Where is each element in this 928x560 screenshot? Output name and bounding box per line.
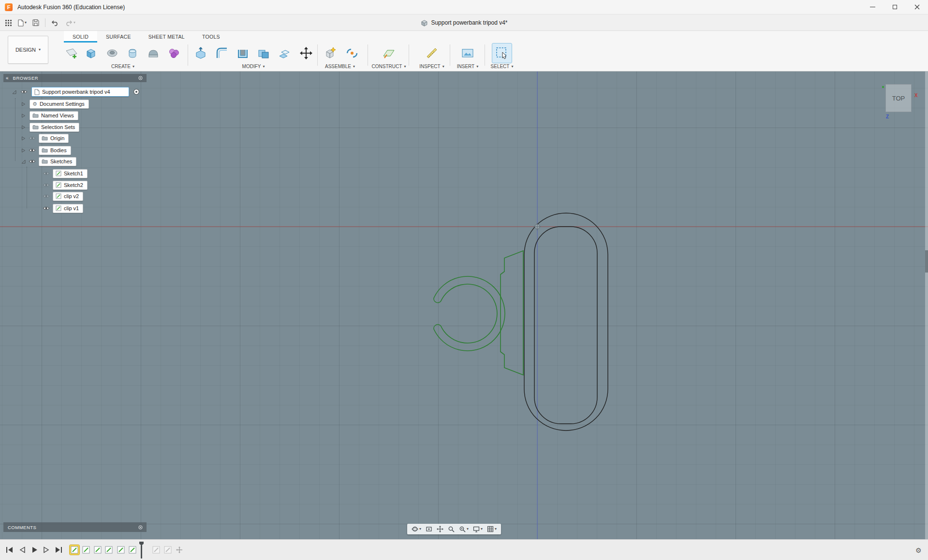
pan-button[interactable] <box>437 526 443 532</box>
create-form-button[interactable] <box>144 43 163 63</box>
fit-button[interactable]: ▾ <box>459 526 469 532</box>
create-cylinder-button[interactable] <box>123 43 142 63</box>
browser-item-clip-v1[interactable]: clip v1 <box>53 204 83 213</box>
maximize-button[interactable] <box>884 0 906 14</box>
tab-sheet-metal[interactable]: SHEET METAL <box>140 31 193 43</box>
expand-comments-icon[interactable] <box>138 525 143 530</box>
workspace-selector[interactable]: DESIGN ▾ <box>8 36 48 64</box>
close-button[interactable] <box>906 0 928 14</box>
group-select[interactable]: SELECT▾ <box>491 64 514 69</box>
offset-face-button[interactable] <box>275 43 294 63</box>
browser-item-sketch1[interactable]: Sketch1 <box>53 169 88 178</box>
new-component-button[interactable] <box>320 43 339 63</box>
tab-surface[interactable]: SURFACE <box>97 31 140 43</box>
minimize-button[interactable] <box>861 0 884 14</box>
combine-button[interactable] <box>254 43 273 63</box>
timeline-step-back-button[interactable] <box>19 546 25 553</box>
orbit-button[interactable]: ▾ <box>412 526 421 532</box>
timeline-play-button[interactable] <box>32 546 38 553</box>
timeline-feature-sketch[interactable] <box>104 545 114 555</box>
zoom-button[interactable] <box>448 526 455 532</box>
measure-button[interactable] <box>422 43 442 63</box>
timeline-step-forward-button[interactable] <box>44 546 49 553</box>
create-sketch-button[interactable] <box>62 43 81 63</box>
expand-arrow-icon[interactable] <box>21 102 26 106</box>
timeline-feature-sketch[interactable] <box>81 545 91 555</box>
undo-button[interactable] <box>51 20 59 26</box>
browser-item-sketch2[interactable]: Sketch2 <box>53 181 88 190</box>
collapse-arrow-icon[interactable] <box>21 159 26 164</box>
insert-canvas-button[interactable] <box>458 43 477 63</box>
expand-arrow-icon[interactable] <box>21 136 26 141</box>
visibility-eye-off-icon[interactable] <box>43 171 50 176</box>
group-insert[interactable]: INSERT▾ <box>457 64 479 69</box>
visibility-eye-icon[interactable] <box>43 206 50 211</box>
timeline-feature-suppressed[interactable] <box>163 545 173 555</box>
expand-arrow-icon[interactable] <box>21 148 26 153</box>
visibility-eye-icon[interactable] <box>20 89 28 94</box>
create-box-button[interactable] <box>81 43 101 63</box>
browser-item-sketches[interactable]: Sketches <box>39 157 76 166</box>
timeline-feature-sketch[interactable] <box>116 545 126 555</box>
browser-item-clip-v2[interactable]: clip v2 <box>53 192 83 201</box>
save-button[interactable] <box>32 19 39 26</box>
browser-item-document-settings[interactable]: ⚙ Document Settings <box>29 100 89 109</box>
timeline-feature-sketch[interactable] <box>93 545 103 555</box>
press-pull-button[interactable] <box>191 43 210 63</box>
group-assemble[interactable]: ASSEMBLE▾ <box>325 64 355 69</box>
sketch-icon <box>56 171 61 176</box>
canvas-scrollbar[interactable] <box>925 72 928 539</box>
browser-item-label: clip v2 <box>64 193 79 199</box>
construct-plane-button[interactable] <box>379 43 398 63</box>
group-inspect[interactable]: INSPECT▾ <box>419 64 444 69</box>
document-tab[interactable]: Support powerbank tripod v4* <box>420 14 507 31</box>
group-create[interactable]: CREATE▾ <box>111 64 134 69</box>
tab-tools[interactable]: TOOLS <box>193 31 229 43</box>
display-settings-button[interactable]: ▾ <box>473 526 483 532</box>
collapse-panel-icon[interactable]: « <box>6 76 9 81</box>
group-modify[interactable]: MODIFY▾ <box>242 64 265 69</box>
create-revolve-button[interactable] <box>103 43 122 63</box>
collapse-arrow-icon[interactable] <box>12 90 16 94</box>
timeline-feature-sketch[interactable] <box>70 545 79 555</box>
browser-header[interactable]: « BROWSER <box>3 74 147 82</box>
browser-item-selection-sets[interactable]: Selection Sets <box>29 123 79 132</box>
expand-arrow-icon[interactable] <box>21 114 26 118</box>
browser-item-origin[interactable]: Origin <box>39 134 69 143</box>
activate-component-radio[interactable] <box>133 88 140 95</box>
move-copy-button[interactable] <box>296 43 316 63</box>
browser-item-named-views[interactable]: Named Views <box>29 111 78 120</box>
timeline-position-marker[interactable] <box>139 542 144 559</box>
tab-solid[interactable]: SOLID <box>64 31 97 43</box>
expand-arrow-icon[interactable] <box>21 125 26 129</box>
group-construct[interactable]: CONSTRUCT▾ <box>372 64 406 69</box>
visibility-eye-off-icon[interactable] <box>29 136 36 141</box>
data-panel-button[interactable] <box>5 19 12 27</box>
joint-button[interactable] <box>342 43 362 63</box>
select-button[interactable] <box>492 43 512 63</box>
browser-item-bodies[interactable]: Bodies <box>39 146 71 155</box>
timeline-feature-suppressed[interactable] <box>175 545 184 555</box>
browser-item-root-document[interactable]: Support powerbank tripod v4 <box>31 87 129 97</box>
model-viewport[interactable]: TOP X Z « BROWSER <box>0 72 928 539</box>
viewcube[interactable]: TOP <box>885 84 912 112</box>
visibility-eye-off-icon[interactable] <box>43 194 50 199</box>
create-plastic-rule-button[interactable] <box>164 43 184 63</box>
panel-options-icon[interactable] <box>138 76 143 80</box>
file-menu-button[interactable]: ▾ <box>18 19 27 27</box>
canvas-scrollbar-handle[interactable] <box>925 250 928 273</box>
timeline-feature-sketch[interactable] <box>128 545 137 555</box>
visibility-eye-off-icon[interactable] <box>43 183 50 187</box>
grid-settings-button[interactable]: ▾ <box>487 526 497 532</box>
look-at-button[interactable] <box>426 526 432 532</box>
visibility-eye-icon[interactable] <box>29 159 36 164</box>
timeline-skip-start-button[interactable] <box>6 546 13 553</box>
timeline-settings-button[interactable]: ⚙ <box>915 540 922 560</box>
timeline-skip-end-button[interactable] <box>55 546 62 553</box>
redo-button[interactable]: ▾ <box>65 20 75 26</box>
visibility-eye-icon[interactable] <box>29 148 36 153</box>
shell-button[interactable] <box>233 43 252 63</box>
comments-bar[interactable]: COMMENTS <box>3 522 147 532</box>
timeline-feature-suppressed[interactable] <box>151 545 161 555</box>
fillet-button[interactable] <box>212 43 232 63</box>
